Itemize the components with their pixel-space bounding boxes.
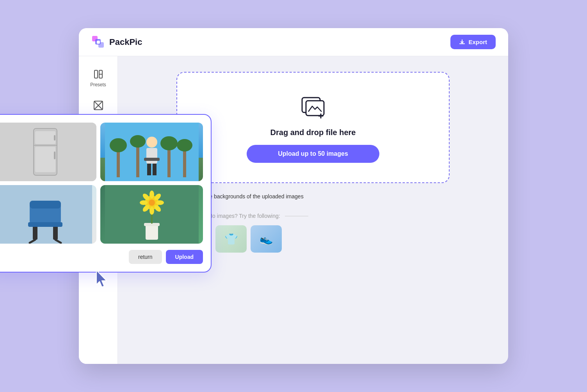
- export-button[interactable]: Export: [450, 35, 496, 49]
- svg-point-28: [177, 139, 192, 151]
- svg-rect-17: [35, 147, 55, 172]
- file-picker-image-chair[interactable]: [0, 185, 96, 244]
- svg-rect-33: [144, 158, 160, 161]
- drop-zone[interactable]: Drag and drop file here Upload up to 50 …: [176, 72, 450, 183]
- svg-rect-11: [306, 101, 324, 116]
- svg-point-22: [110, 138, 127, 152]
- chair-svg: [0, 185, 92, 244]
- fridge-svg: [30, 127, 61, 177]
- logo-icon: [91, 35, 105, 49]
- svg-rect-39: [28, 222, 62, 227]
- svg-point-29: [146, 137, 157, 148]
- upload-button[interactable]: Upload up to 50 images: [247, 145, 379, 163]
- file-picker-buttons: return Upload: [0, 250, 203, 264]
- file-picker-grid: [0, 123, 203, 244]
- svg-rect-30: [146, 148, 157, 164]
- svg-point-47: [149, 200, 155, 206]
- logo: PackPic: [91, 35, 142, 49]
- file-picker-dialog: return Upload: [0, 114, 212, 273]
- svg-rect-4: [94, 70, 98, 78]
- svg-rect-31: [147, 164, 151, 175]
- sidebar-item-presets[interactable]: Presets: [83, 64, 114, 92]
- presets-icon: [93, 69, 104, 80]
- background-icon: [93, 100, 104, 111]
- return-button[interactable]: return: [129, 250, 162, 264]
- sidebar-item-presets-label: Presets: [90, 82, 106, 87]
- svg-point-26: [160, 136, 178, 150]
- svg-point-24: [130, 135, 146, 148]
- header: PackPic Export: [79, 28, 508, 56]
- divider-right: [285, 216, 308, 216]
- svg-point-48: [149, 191, 154, 198]
- sample-image-shirt[interactable]: 👕: [215, 225, 247, 253]
- app-container: PackPic Export Presets: [79, 28, 508, 364]
- app-name: PackPic: [109, 37, 142, 47]
- no-images-text: No images? Try the following:: [208, 213, 280, 219]
- svg-point-54: [140, 200, 148, 205]
- file-picker-image-skater[interactable]: [100, 123, 203, 181]
- svg-rect-19: [54, 151, 55, 159]
- skater-svg: [105, 123, 199, 181]
- drop-zone-title: Drag and drop file here: [270, 128, 356, 137]
- svg-rect-16: [35, 131, 55, 144]
- svg-rect-3: [97, 41, 100, 44]
- svg-rect-43: [146, 224, 158, 240]
- svg-rect-18: [54, 135, 55, 141]
- upload-images-icon: [299, 92, 327, 120]
- svg-rect-32: [153, 164, 157, 175]
- file-picker-upload-button[interactable]: Upload: [166, 250, 203, 264]
- cursor-arrow: [92, 268, 112, 291]
- sample-image-shoe[interactable]: 👟: [251, 225, 282, 253]
- svg-point-50: [156, 200, 164, 205]
- file-picker-image-flower[interactable]: [100, 185, 203, 244]
- flower-svg: [105, 185, 199, 244]
- svg-rect-36: [30, 201, 61, 208]
- svg-point-52: [149, 207, 154, 215]
- export-icon: [459, 39, 465, 45]
- file-picker-image-fridge[interactable]: [0, 123, 96, 181]
